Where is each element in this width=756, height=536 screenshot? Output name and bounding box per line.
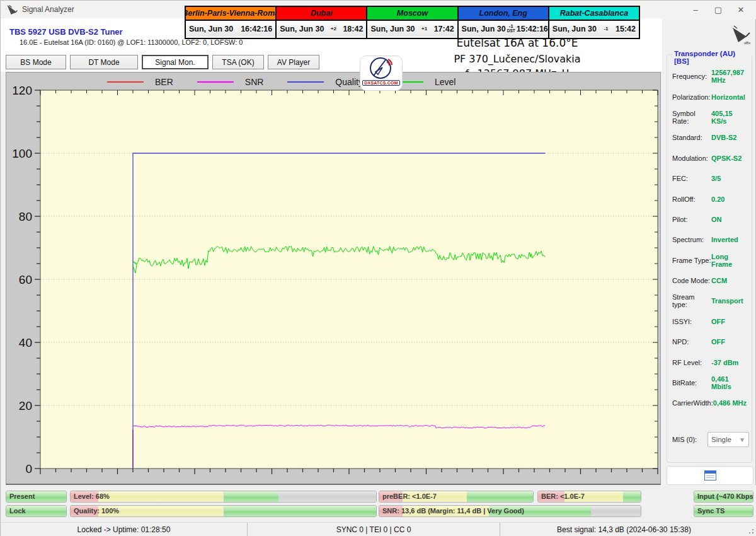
clock-time-value: 17:42 [434, 25, 454, 33]
bar-segment-green [224, 506, 377, 516]
transponder-row: BitRate:0,461 Mbit/s [672, 373, 749, 393]
tab-tsa-ok-[interactable]: TSA (OK) [212, 55, 264, 69]
close-button[interactable]: ✕ [730, 3, 752, 17]
tuner-name: TBS 5927 USB DVB-S2 Tuner [9, 27, 123, 37]
transponder-row-label: FEC: [672, 175, 711, 182]
minimize-button[interactable]: – [685, 3, 706, 17]
mis-selected-value: Single [711, 436, 731, 443]
indicator-bar-input: Input (~470 Kbps) [694, 491, 753, 503]
transponder-row: ISSYI:OFF [672, 312, 749, 332]
clock-column: London, EngSun, Jun 30-1DST15:42:16 [459, 7, 549, 38]
transponder-row: Modulation:QPSK-S2 [672, 148, 749, 168]
transponder-row-label: Spectrum: [672, 236, 711, 243]
transponder-row: FEC:3/5 [672, 168, 749, 189]
dxsatcs-logo: DXSATCS.COM [360, 55, 403, 91]
transponder-row-label: Stream type: [672, 293, 711, 308]
transponder-row-value: CCM [711, 277, 749, 284]
tab-bs-mode[interactable]: BS Mode [6, 55, 66, 69]
transponder-row: Code Mode:CCM [672, 271, 749, 291]
transponder-row-value: 3/5 [711, 175, 749, 182]
indicator-bar-syncts: Sync TS [694, 505, 753, 517]
dxsatcs-logo-caption: DXSATCS.COM [362, 80, 399, 86]
indicator-bar-quality: Quality: 100% [70, 505, 377, 517]
clock-time-cell: Sun, Jun 3016:42:16 [186, 21, 275, 37]
transponder-row-label: RollOff: [672, 195, 711, 203]
window-title: Signal Analyzer [22, 5, 74, 14]
clock-column: MoscowSun, Jun 30+117:42 [367, 7, 458, 38]
indicator-bar-label: Input (~470 Kbps) [697, 491, 753, 502]
clock-time-cell: Sun, Jun 30+117:42 [367, 21, 457, 37]
indicator-bar-level: Level: 68% [70, 491, 377, 503]
transponder-row-value: Inverted [711, 236, 749, 243]
legend-item-ber: BER [107, 77, 173, 87]
maximize-button[interactable]: ▢ [707, 3, 729, 17]
chevron-down-icon: ▼ [739, 436, 745, 443]
transponder-row-value: Horizontal [711, 93, 749, 101]
transponder-panel: Transponder (AU) [BS] Frequency:12567,98… [663, 51, 756, 486]
bar-segment-gray [591, 506, 641, 516]
transponder-row-value: 0,461 Mbit/s [711, 375, 749, 390]
bar-segment-yellow [98, 491, 224, 502]
satellite-dish-logo-icon: dBs [729, 23, 752, 46]
indicator-bar-preber: preBER: <1.0E-7 [379, 491, 534, 503]
legend-label: Level [435, 77, 455, 87]
indicator-bar-ber: BER: <1.0E-7 [537, 491, 641, 503]
transponder-row-label: Code Mode: [672, 277, 711, 284]
transponder-row-label: Modulation: [672, 154, 711, 162]
y-axis-label: 40 [19, 336, 32, 349]
legend-item-quality: Quality [287, 77, 363, 87]
transponder-groupbox: Transponder (AU) [BS] Frequency:12567,98… [667, 54, 752, 463]
transponder-row: Symbol Rate:405,15 KS/s [672, 107, 749, 127]
indicator-bar-label: Present [9, 491, 35, 502]
y-axis-label: 120 [12, 84, 32, 97]
transponder-row-value: 405,15 KS/s [711, 110, 749, 125]
mis-select[interactable]: Single ▼ [707, 432, 749, 447]
transponder-title: Transponder (AU) [BS] [672, 50, 752, 65]
clock-column: DubaiSun, Jun 30+218:42 [277, 7, 367, 38]
chart-legend: BERSNRQualityLevel [107, 74, 455, 90]
signal-analyzer-window: Signal Analyzer – ▢ ✕ TBS 5927 USB DVB-S… [0, 0, 756, 536]
clock-date: Sun, Jun 30 [189, 25, 233, 33]
tab-dt-mode[interactable]: DT Mode [70, 55, 138, 69]
indicator-bar-label: Level: 68% [74, 491, 110, 502]
tab-av-player[interactable]: AV Player [268, 55, 319, 69]
clock-city-label: Moscow [367, 7, 457, 21]
tab-signal-mon-[interactable]: Signal Mon. [142, 55, 209, 69]
signal-indicator-bars: PresentLevel: 68%preBER: <1.0E-7BER: <1.… [1, 485, 756, 522]
transponder-row-label: Pilot: [672, 216, 711, 223]
clock-time-value: 18:42 [343, 25, 363, 33]
resize-grip[interactable] [747, 527, 754, 534]
transponder-row-label: ISSYI: [672, 318, 711, 325]
transponder-row: Standard:DVB-S2 [672, 127, 749, 148]
indicator-bar-lock: Lock [6, 505, 67, 517]
dxsatcs-logo-icon [367, 56, 395, 81]
clock-time-cell: Sun, Jun 30-115:42 [549, 21, 639, 37]
bar-segment-green [623, 491, 641, 502]
transponder-row-label: BitRate: [672, 379, 711, 387]
legend-line-swatch [287, 81, 324, 83]
legend-label: SNR [245, 77, 264, 87]
transponder-row-value: ON [711, 216, 749, 223]
legend-label: Quality [335, 77, 363, 87]
clock-date: Sun, Jun 30 [553, 25, 597, 33]
clock-offset-value: +1 [421, 26, 427, 32]
clock-date: Sun, Jun 30 [462, 25, 506, 33]
transponder-row: Frame Type:Long Frame [672, 250, 749, 271]
bar-segment-green [467, 491, 533, 502]
transponder-row-label: Standard: [672, 134, 711, 141]
clock-offset-value: -1 [604, 26, 608, 32]
bar-segment-green [224, 491, 278, 502]
transport-list-button[interactable] [667, 466, 753, 485]
clock-city-label: Berlin-Paris-Vienna-Roma [186, 7, 275, 21]
transponder-row-value: -37 dBm [711, 359, 749, 366]
clock-city-label: London, Eng [459, 7, 548, 21]
transponder-row-value: 0,486 MHz [713, 399, 749, 407]
transponder-row-value: QPSK-S2 [711, 154, 749, 162]
transponder-row-value: Transport [711, 297, 749, 305]
indicator-bar-label: preBER: <1.0E-7 [382, 491, 437, 502]
y-axis-label: 0 [25, 462, 32, 475]
y-axis-label: 60 [19, 273, 32, 286]
clock-time-value: 15:42:16 [517, 25, 548, 33]
status-section-1: Locked -> Uptime: 01:28:50 [1, 523, 247, 536]
clock-date: Sun, Jun 30 [370, 25, 415, 33]
